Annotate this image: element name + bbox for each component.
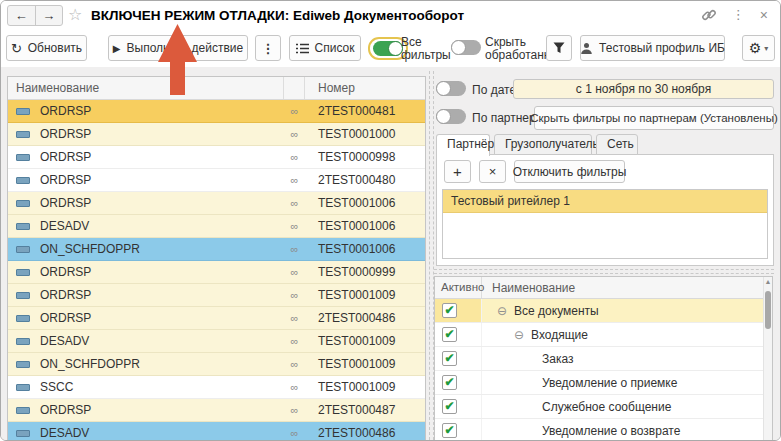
page-title: ВКЛЮЧЕН РЕЖИМ ОТЛАДКИ: Ediweb Документоо…: [91, 8, 464, 23]
active-checkbox[interactable]: ✔: [442, 327, 457, 342]
doc-number: TEST0001009: [305, 357, 425, 371]
remove-partner-button[interactable]: ×: [479, 160, 506, 183]
doc-name: DESADV: [40, 219, 89, 233]
all-filters-toggle[interactable]: [373, 41, 403, 56]
copy-link-icon[interactable]: [701, 7, 717, 23]
refresh-button[interactable]: ↻ Обновить: [6, 35, 87, 61]
active-checkbox[interactable]: ✔: [442, 375, 457, 390]
doc-row[interactable]: DESADV∞2TEST000486: [8, 422, 425, 441]
doc-state-icon: [16, 315, 30, 322]
doc-row[interactable]: ORDRSP∞TEST0000998: [8, 146, 425, 169]
doc-row[interactable]: ORDRSP∞2TEST000480: [8, 169, 425, 192]
column-header-number[interactable]: Номер: [305, 77, 425, 99]
by-date-toggle[interactable]: [436, 81, 466, 96]
list-view-label: Список: [315, 41, 355, 55]
doc-state-icon: [16, 200, 30, 207]
app-window: ← → ☆ ВКЛЮЧЕН РЕЖИМ ОТЛАДКИ: Ediweb Доку…: [0, 0, 781, 441]
doc-table-body: ORDRSP∞2TEST000481ORDRSP∞TEST0001000ORDR…: [8, 100, 425, 441]
doc-name: ORDRSP: [40, 150, 91, 164]
doc-type-row[interactable]: ✔Заказ: [435, 347, 763, 371]
link-icon: ∞: [284, 128, 305, 140]
doc-number: TEST0001006: [305, 242, 425, 256]
doc-number: TEST0001000: [305, 127, 425, 141]
doc-name: ORDRSP: [40, 196, 91, 210]
doc-type-row[interactable]: ✔Уведомление о приемке: [435, 371, 763, 395]
doc-state-icon: [16, 177, 30, 184]
settings-button[interactable]: ⚙ ▾: [742, 35, 775, 61]
execute-action-label: Выполнить действие: [127, 41, 244, 55]
date-range-button[interactable]: с 1 ноября по 30 ноября: [513, 79, 774, 99]
doc-row[interactable]: ORDRSP∞TEST0001009: [8, 284, 425, 307]
doc-type-row[interactable]: ✔⊖Все документы: [435, 299, 763, 323]
doc-state-icon: [16, 407, 30, 414]
history-nav-group: ← →: [7, 5, 63, 26]
partner-list-item[interactable]: Тестовый ритейлер 1: [443, 190, 767, 213]
tree-scrollbar[interactable]: ▲: [763, 277, 772, 440]
doc-number: 2TEST000487: [305, 403, 425, 417]
link-icon: ∞: [284, 312, 305, 324]
back-button[interactable]: ←: [8, 6, 35, 25]
active-checkbox[interactable]: ✔: [442, 303, 457, 318]
filter-button[interactable]: [546, 35, 572, 61]
list-view-button[interactable]: Список: [289, 35, 361, 61]
link-icon: ∞: [284, 220, 305, 232]
hide-processed-toggle[interactable]: [451, 40, 481, 55]
doc-state-icon: [16, 292, 30, 299]
more-actions-button[interactable]: ⋮: [255, 35, 281, 61]
doc-row[interactable]: ORDRSP∞TEST0000999: [8, 261, 425, 284]
doc-row[interactable]: ON_SCHFDOPPR∞TEST0001006: [8, 238, 425, 261]
doc-number: 2TEST000480: [305, 173, 425, 187]
doc-name: ORDRSP: [40, 173, 91, 187]
doc-row[interactable]: SSCC∞TEST0001009: [8, 376, 425, 399]
horizontal-splitter[interactable]: [434, 269, 774, 274]
active-checkbox[interactable]: ✔: [442, 423, 457, 438]
person-icon: [580, 42, 593, 55]
doc-row[interactable]: ORDRSP∞TEST0001000: [8, 123, 425, 146]
doc-type-label: Заказ: [542, 352, 573, 366]
hide-partner-filters-button[interactable]: Скрыть фильтры по партнерам (Установлены…: [534, 106, 774, 130]
column-header-type-name[interactable]: Наименование: [482, 277, 772, 298]
titlebar-actions: ⋮ ×: [701, 7, 768, 23]
collapse-icon[interactable]: ⊖: [497, 304, 507, 318]
tab-network[interactable]: Сеть: [596, 134, 638, 155]
link-icon: ∞: [284, 105, 305, 117]
scroll-up-icon[interactable]: ▲: [764, 277, 772, 287]
doc-type-label: Уведомление о приемке: [542, 376, 677, 390]
profile-button[interactable]: Тестовый профиль ИБ: [580, 35, 725, 61]
doc-name: ORDRSP: [40, 311, 91, 325]
doc-type-row[interactable]: ✔Служебное сообщение: [435, 395, 763, 419]
active-checkbox[interactable]: ✔: [442, 351, 457, 366]
forward-button[interactable]: →: [35, 6, 63, 25]
doc-row[interactable]: ORDRSP∞2TEST000487: [8, 399, 425, 422]
doc-row[interactable]: ORDRSP∞TEST0001006: [8, 192, 425, 215]
doc-row[interactable]: ON_SCHFDOPPR∞TEST0001009: [8, 353, 425, 376]
doc-type-row[interactable]: ✔⊖Входящие: [435, 323, 763, 347]
scrollbar-thumb[interactable]: [765, 291, 771, 329]
doc-state-icon: [16, 338, 30, 345]
favorite-star-icon[interactable]: ☆: [68, 5, 82, 24]
tab-partner[interactable]: Партнёр: [436, 134, 490, 156]
doc-state-icon: [16, 131, 30, 138]
doc-row[interactable]: DESADV∞TEST0001009: [8, 330, 425, 353]
kebab-icon: ⋮: [262, 42, 275, 55]
doc-type-row[interactable]: ✔Уведомление о возврате: [435, 419, 763, 441]
column-header-name[interactable]: Наименование: [8, 77, 284, 99]
doc-row[interactable]: ORDRSP∞2TEST000481: [8, 100, 425, 123]
link-icon: ∞: [284, 151, 305, 163]
by-partners-toggle[interactable]: [436, 109, 466, 124]
add-partner-button[interactable]: +: [444, 160, 471, 183]
close-icon[interactable]: ×: [760, 7, 768, 23]
collapse-icon[interactable]: ⊖: [514, 328, 524, 342]
doc-row[interactable]: ORDRSP∞2TEST000486: [8, 307, 425, 330]
doc-number: TEST0001006: [305, 219, 425, 233]
disable-filters-button[interactable]: Отключить фильтры: [514, 160, 625, 183]
doc-state-icon: [16, 269, 30, 276]
doc-name: ORDRSP: [40, 403, 91, 417]
column-header-link[interactable]: [284, 77, 305, 99]
doc-row[interactable]: DESADV∞TEST0001006: [8, 215, 425, 238]
execute-action-button[interactable]: ▶ Выполнить действие: [108, 35, 248, 61]
more-menu-icon[interactable]: ⋮: [732, 7, 745, 23]
tab-consignee[interactable]: Грузополучатель: [494, 134, 592, 155]
column-header-active[interactable]: Активно: [435, 277, 482, 298]
active-checkbox[interactable]: ✔: [442, 399, 457, 414]
